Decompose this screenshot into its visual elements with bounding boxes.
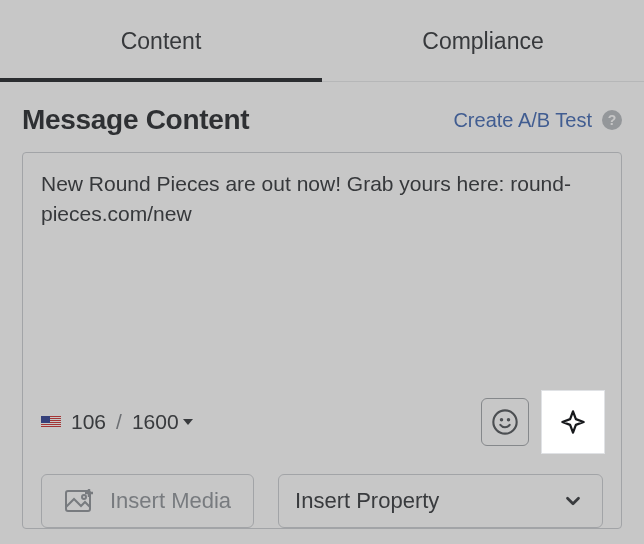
svg-point-4	[82, 495, 86, 499]
caret-down-icon	[183, 419, 193, 425]
section-title: Message Content	[22, 104, 249, 136]
ai-sparkle-button[interactable]	[541, 390, 605, 454]
ai-sparkle-icon	[558, 407, 588, 437]
insert-media-label: Insert Media	[110, 488, 231, 514]
editor-icon-buttons	[481, 398, 605, 446]
editor-footer: 106 / 1600	[23, 392, 621, 456]
us-flag-icon[interactable]	[41, 416, 61, 429]
char-count-separator: /	[116, 410, 122, 434]
chevron-down-icon	[562, 490, 584, 512]
svg-point-1	[501, 419, 502, 420]
ab-test-wrap: Create A/B Test ?	[453, 109, 622, 132]
content-area: Message Content Create A/B Test ? 106 / …	[0, 82, 644, 529]
svg-point-2	[508, 419, 509, 420]
insert-property-select[interactable]: Insert Property	[278, 474, 603, 528]
message-textarea[interactable]	[23, 153, 621, 388]
char-count-group: 106 / 1600	[41, 410, 193, 434]
tab-bar: Content Compliance	[0, 0, 644, 82]
char-count-current: 106	[71, 410, 106, 434]
editor-box: 106 / 1600	[22, 152, 622, 529]
tab-compliance[interactable]: Compliance	[322, 28, 644, 81]
tab-content-label: Content	[121, 28, 202, 54]
tab-compliance-label: Compliance	[422, 28, 543, 54]
section-header: Message Content Create A/B Test ?	[22, 104, 622, 136]
message-editor-panel: Content Compliance Message Content Creat…	[0, 0, 644, 544]
help-circle-icon[interactable]: ?	[602, 110, 622, 130]
image-plus-icon	[64, 487, 96, 515]
tab-content[interactable]: Content	[0, 28, 322, 81]
char-count-limit: 1600	[132, 410, 179, 434]
emoji-button[interactable]	[481, 398, 529, 446]
insert-property-label: Insert Property	[295, 488, 439, 514]
insert-toolbar: Insert Media Insert Property	[23, 456, 621, 528]
emoji-icon	[491, 408, 519, 436]
insert-media-button[interactable]: Insert Media	[41, 474, 254, 528]
create-ab-test-link[interactable]: Create A/B Test	[453, 109, 592, 132]
svg-point-0	[493, 410, 516, 433]
char-limit-dropdown[interactable]: 1600	[132, 410, 193, 434]
